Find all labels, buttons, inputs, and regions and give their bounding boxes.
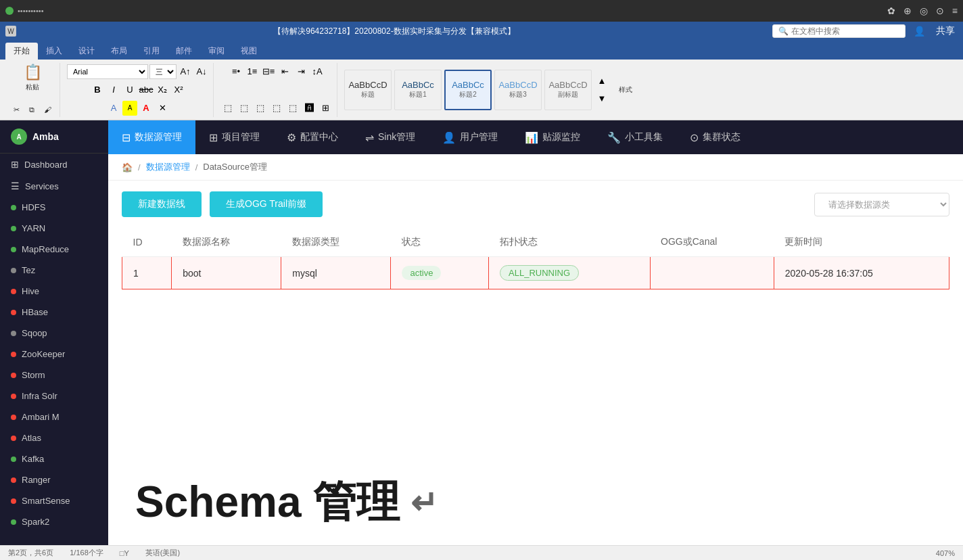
- sidebar-item-spark2[interactable]: Spark2: [0, 511, 108, 532]
- sidebar-item-sqoop[interactable]: Sqoop: [0, 323, 108, 344]
- increase-indent-button[interactable]: ⇥: [293, 64, 308, 79]
- format-painter-button[interactable]: 🖌: [40, 104, 55, 115]
- align-left-button[interactable]: ⬚: [220, 101, 235, 116]
- styles-button[interactable]: 样式: [612, 76, 639, 103]
- tab-design[interactable]: 设计: [70, 43, 103, 60]
- columns-button[interactable]: ⬚: [285, 101, 300, 116]
- style-title[interactable]: AaBbCcD 标题: [344, 70, 392, 110]
- align-row: ⬚ ⬚ ⬚ ⬚ ⬚ 🅰 ⊞: [220, 101, 333, 116]
- breadcrumb-home-icon[interactable]: 🏠: [122, 162, 133, 172]
- sidebar-item-smartsense[interactable]: SmartSense: [0, 490, 108, 511]
- content-panel: ⊟ 数据源管理 ⊞ 项目管理 ⚙ 配置中心 ⇌ Sink管理 👤 用户管理: [108, 120, 963, 545]
- clear-format-button[interactable]: ✕: [155, 101, 170, 116]
- nav-sink-label: Sink管理: [378, 131, 415, 143]
- align-right-button[interactable]: ⬚: [253, 101, 268, 116]
- datasource-type-dropdown[interactable]: 请选择数据源类: [814, 193, 949, 216]
- tab-view[interactable]: 视图: [233, 43, 265, 60]
- tab-mailings[interactable]: 邮件: [168, 43, 200, 60]
- sidebar-item-infra-solr[interactable]: Infra Solr: [0, 386, 108, 406]
- taskbar-icon-4[interactable]: ⊙: [936, 5, 944, 16]
- share-button[interactable]: 共享: [933, 25, 958, 37]
- sidebar-item-zookeeper[interactable]: ZooKeeper: [0, 344, 108, 365]
- decrease-indent-button[interactable]: ⇤: [277, 64, 292, 79]
- shrink-font-button[interactable]: A↓: [194, 64, 209, 79]
- table-row[interactable]: 1 boot mysql active ALL_RUNNING 2020-05-…: [122, 257, 949, 289]
- paragraph-group: ≡• 1≡ ⊟≡ ⇤ ⇥ ↕A ⬚ ⬚ ⬚ ⬚ ⬚ 🅰 ⊞: [216, 63, 337, 117]
- taskbar-icon-3[interactable]: ◎: [920, 5, 928, 16]
- nav-config[interactable]: ⚙ 配置中心: [273, 120, 352, 154]
- style-heading3[interactable]: AaBbCcD 标题3: [494, 70, 542, 110]
- sort-button[interactable]: ↕A: [310, 64, 325, 79]
- nav-monitor[interactable]: 📊 贴源监控: [511, 120, 594, 154]
- sidebar-item-hive[interactable]: Hive: [0, 281, 108, 302]
- bullet-list-button[interactable]: ≡•: [229, 64, 243, 79]
- shading-button[interactable]: 🅰: [302, 101, 316, 116]
- multilevel-list-button[interactable]: ⊟≡: [261, 64, 276, 79]
- nav-users[interactable]: 👤 用户管理: [429, 120, 511, 154]
- subscript-button[interactable]: X₂: [155, 83, 170, 97]
- sidebar-item-label-smartsense: SmartSense: [22, 496, 70, 506]
- generate-ogg-button[interactable]: 生成OGG Trail前缀: [210, 191, 323, 217]
- tab-review[interactable]: 审阅: [200, 43, 233, 60]
- taskbar-icon-5[interactable]: ≡: [952, 5, 958, 16]
- highlight-button[interactable]: A: [122, 101, 137, 116]
- styles-scroll-up[interactable]: ▲: [594, 74, 609, 89]
- tab-start[interactable]: 开始: [5, 43, 38, 60]
- account-icon[interactable]: 👤: [911, 26, 928, 37]
- breadcrumb-sep1: /: [138, 162, 141, 172]
- align-center-button[interactable]: ⬚: [237, 101, 252, 116]
- hbase-status-dot: [11, 310, 16, 315]
- data-table-container: ID 数据源名称 数据源类型 状态 拓扑状态 OGG或Canal 更新时间 1: [108, 228, 963, 459]
- paste-button[interactable]: 📋 粘贴: [19, 64, 46, 91]
- tab-insert[interactable]: 插入: [38, 43, 70, 60]
- sidebar-item-mapreduce[interactable]: MapReduce: [0, 239, 108, 260]
- text-effect-button[interactable]: A: [106, 101, 121, 116]
- cut-button[interactable]: ✂: [9, 104, 24, 116]
- sidebar-item-kafka[interactable]: Kafka: [0, 448, 108, 469]
- borders-button[interactable]: ⊞: [318, 101, 333, 116]
- sidebar-item-atlas[interactable]: Atlas: [0, 427, 108, 448]
- justify-button[interactable]: ⬚: [269, 101, 284, 116]
- search-input[interactable]: [791, 26, 899, 36]
- sidebar-item-storm[interactable]: Storm: [0, 365, 108, 386]
- taskbar-icon-1[interactable]: ✿: [887, 5, 895, 16]
- style-heading1[interactable]: AaBbCc 标题1: [394, 70, 442, 110]
- superscript-button[interactable]: X²: [171, 83, 186, 97]
- font-color-button[interactable]: A: [139, 101, 154, 116]
- sidebar-item-hdfs[interactable]: HDFS: [0, 197, 108, 218]
- tab-references[interactable]: 引用: [135, 43, 168, 60]
- grow-font-button[interactable]: A↑: [178, 64, 193, 79]
- sidebar-item-services[interactable]: ☰ Services: [0, 175, 108, 197]
- create-datasource-button[interactable]: 新建数据线: [122, 191, 202, 217]
- breadcrumb-item1[interactable]: 数据源管理: [146, 161, 190, 173]
- numbered-list-button[interactable]: 1≡: [245, 64, 260, 79]
- font-size-select[interactable]: 三号: [149, 64, 177, 79]
- nav-cluster[interactable]: ⊙ 集群状态: [676, 120, 754, 154]
- search-bar[interactable]: 🔍: [772, 24, 906, 38]
- app-nav: ⊟ 数据源管理 ⊞ 项目管理 ⚙ 配置中心 ⇌ Sink管理 👤 用户管理: [108, 120, 963, 154]
- underline-button[interactable]: U: [122, 83, 137, 97]
- sidebar-item-ranger[interactable]: Ranger: [0, 469, 108, 490]
- services-icon: ☰: [11, 181, 20, 191]
- taskbar-icon-2[interactable]: ⊕: [903, 5, 912, 16]
- sidebar-item-dashboard[interactable]: ⊞ Dashboard: [0, 154, 108, 175]
- nav-project[interactable]: ⊞ 项目管理: [195, 120, 273, 154]
- sidebar-item-hbase[interactable]: HBase: [0, 302, 108, 323]
- copy-button[interactable]: ⧉: [25, 104, 39, 116]
- styles-scroll-down[interactable]: ▼: [594, 91, 609, 106]
- font-name-select[interactable]: Arial: [67, 64, 148, 79]
- sidebar-item-ambari-metrics[interactable]: Ambari M: [0, 406, 108, 427]
- style-subtitle[interactable]: AaBbCcD 副标题: [544, 70, 592, 110]
- sidebar-item-label-hdfs: HDFS: [22, 202, 45, 212]
- nav-tools[interactable]: 🔧 小工具集: [594, 120, 676, 154]
- status-badge: active: [402, 266, 441, 280]
- tab-layout[interactable]: 布局: [103, 43, 135, 60]
- sidebar-item-yarn[interactable]: YARN: [0, 218, 108, 239]
- style-heading2[interactable]: AaBbCc 标题2: [444, 70, 492, 110]
- bold-button[interactable]: B: [90, 83, 105, 97]
- strikethrough-button[interactable]: abc: [139, 83, 154, 97]
- sidebar-item-tez[interactable]: Tez: [0, 260, 108, 281]
- italic-button[interactable]: I: [106, 83, 121, 97]
- nav-sink[interactable]: ⇌ Sink管理: [352, 120, 429, 154]
- nav-datasource[interactable]: ⊟ 数据源管理: [108, 120, 195, 154]
